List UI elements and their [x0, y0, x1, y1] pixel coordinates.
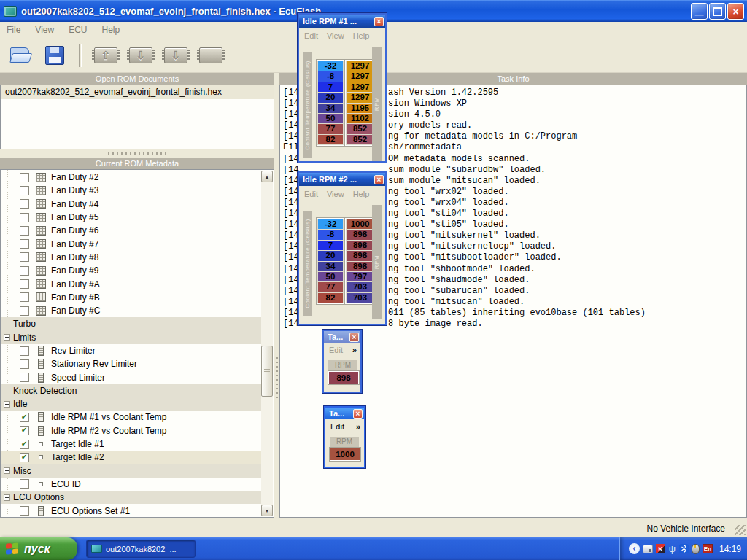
tree-category[interactable]: Knock Detection	[1, 384, 261, 397]
vertical-splitter[interactable]	[274, 73, 279, 518]
checkbox[interactable]	[20, 373, 29, 382]
rom-document-item[interactable]: out2007kak8202_512_evomaf_evoinj_frontal…	[1, 85, 274, 99]
tree-item[interactable]: Fan Duty #9	[1, 264, 261, 277]
table-cell[interactable]: 703	[347, 282, 374, 292]
table-cell[interactable]: 34	[318, 104, 343, 113]
toolbar-save-button[interactable]	[41, 42, 69, 69]
tree-item[interactable]: Fan Duty #A	[1, 277, 261, 290]
table-cell[interactable]: 1000	[347, 219, 374, 229]
toolbar-chip-down-arrow-button[interactable]: ⇩	[127, 42, 155, 69]
tree-category[interactable]: Misc	[1, 464, 261, 478]
toolbar-chip-plain-button[interactable]	[197, 42, 225, 69]
table-cell[interactable]: 1195	[347, 104, 374, 113]
scroll-down-icon[interactable]: ▼	[261, 505, 273, 516]
tree-item[interactable]: ECU Options Set #1	[1, 504, 261, 517]
table-cell[interactable]: 898	[347, 241, 374, 250]
expander-minus-icon[interactable]	[4, 494, 10, 501]
tree-scrollbar[interactable]: ▲ ▼	[261, 171, 273, 516]
tree-item[interactable]: Speed Limiter	[1, 370, 261, 384]
toolbar-open-folder-button[interactable]	[6, 42, 34, 69]
checkbox[interactable]	[20, 306, 29, 316]
table-cell[interactable]: -8	[318, 71, 343, 81]
tree-item[interactable]: Fan Duty #B	[1, 291, 261, 304]
float-window-titlebar[interactable]: Idle RPM #2 ...×	[299, 173, 385, 186]
hide-icons-chevron-icon[interactable]: ‹	[629, 543, 640, 554]
expander-minus-icon[interactable]	[4, 334, 10, 341]
checkbox[interactable]	[20, 226, 29, 236]
table-cell[interactable]: 1000	[330, 448, 360, 461]
menu-item-view[interactable]: View	[35, 25, 54, 35]
horizontal-splitter[interactable]	[0, 149, 274, 158]
table-cell[interactable]: 50	[318, 272, 343, 281]
checkbox[interactable]	[20, 479, 29, 489]
table-cell[interactable]: 1297	[347, 61, 374, 71]
checkbox[interactable]	[20, 279, 29, 289]
tree-item[interactable]: Idle RPM #1 vs Coolant Temp	[1, 411, 261, 424]
scrollbar-thumb[interactable]	[261, 346, 273, 397]
table-cell[interactable]: 703	[347, 293, 374, 303]
kaspersky-icon[interactable]: K	[656, 544, 665, 553]
table-cell[interactable]: 898	[347, 262, 374, 271]
table-cell[interactable]: 898	[328, 371, 359, 384]
checkbox[interactable]	[20, 426, 29, 435]
tree-category[interactable]: ECU Options	[1, 491, 261, 504]
tree-item[interactable]: Fan Duty #8	[1, 251, 261, 264]
table-cell[interactable]: -32	[318, 61, 343, 71]
tree-item[interactable]: Stationary Rev Limiter	[1, 357, 261, 370]
table-cell[interactable]: 852	[347, 135, 374, 144]
bluetooth-icon[interactable]	[679, 544, 689, 553]
wireless-icon[interactable]: ψ	[668, 543, 676, 554]
resize-grip[interactable]	[735, 525, 746, 535]
tree-item[interactable]: Fan Duty #5	[1, 211, 261, 224]
table-cell[interactable]: 77	[318, 124, 343, 133]
checkbox[interactable]	[20, 252, 29, 262]
tree-item[interactable]: Fan Duty #C	[1, 304, 261, 317]
menu-item-view[interactable]: View	[327, 190, 344, 198]
checkbox[interactable]	[20, 440, 29, 449]
mouse-icon[interactable]	[692, 544, 700, 554]
close-icon[interactable]: ×	[353, 409, 363, 419]
checkbox[interactable]	[20, 186, 29, 195]
close-icon[interactable]: ×	[349, 332, 359, 342]
tree-item[interactable]: Fan Duty #7	[1, 237, 261, 250]
checkbox[interactable]	[20, 506, 29, 516]
expander-minus-icon[interactable]	[4, 467, 10, 474]
tree-item[interactable]: Fan Duty #2	[1, 171, 261, 184]
overflow-chevron-icon[interactable]: »	[352, 346, 357, 354]
table-cell[interactable]: -32	[318, 219, 343, 229]
table-cell[interactable]: 34	[318, 262, 343, 271]
tray-clock[interactable]: 14:19	[719, 544, 741, 554]
checkbox[interactable]	[20, 213, 29, 222]
menu-item-edit[interactable]: Edit	[330, 422, 344, 431]
metadata-tree[interactable]: Fan Duty #2Fan Duty #3Fan Duty #4Fan Dut…	[0, 169, 274, 518]
menu-item-file[interactable]: File	[7, 25, 20, 35]
close-button[interactable]: ×	[727, 3, 744, 20]
checkbox[interactable]	[20, 266, 29, 276]
minimize-button[interactable]: —	[691, 3, 708, 20]
float-window-titlebar[interactable]: Ta...×	[324, 331, 360, 343]
tree-item[interactable]: Idle RPM #2 vs Coolant Temp	[1, 424, 261, 438]
float-window-titlebar[interactable]: Ta...×	[325, 408, 364, 419]
tree-item[interactable]: Fan Duty #4	[1, 198, 261, 211]
table-cell[interactable]: 852	[347, 124, 374, 133]
toolbar-chip-down-arrow2-button[interactable]: ⇩	[162, 42, 190, 69]
checkbox[interactable]	[20, 173, 29, 182]
menu-item-view[interactable]: View	[327, 31, 344, 40]
menu-item-help[interactable]: Help	[353, 190, 370, 198]
table-cell[interactable]: 898	[347, 230, 374, 239]
tree-item[interactable]: Fan Duty #3	[1, 184, 261, 197]
table-cell[interactable]: 77	[318, 282, 343, 292]
overflow-chevron-icon[interactable]: »	[356, 422, 360, 431]
table-cell[interactable]: 797	[347, 272, 374, 281]
tree-item[interactable]: ECU ID	[1, 478, 261, 491]
menu-item-ecu[interactable]: ECU	[69, 25, 87, 35]
scroll-up-icon[interactable]: ▲	[261, 171, 273, 182]
checkbox[interactable]	[20, 292, 29, 302]
table-cell[interactable]: 82	[318, 293, 343, 303]
menu-item-help[interactable]: Help	[101, 25, 120, 35]
tree-category[interactable]: Turbo	[1, 317, 261, 330]
rom-documents-list[interactable]: out2007kak8202_512_evomaf_evoinj_frontal…	[0, 85, 274, 149]
tree-category[interactable]: Limits	[1, 331, 261, 344]
close-icon[interactable]: ×	[374, 175, 384, 184]
menu-item-edit[interactable]: Edit	[329, 346, 343, 354]
